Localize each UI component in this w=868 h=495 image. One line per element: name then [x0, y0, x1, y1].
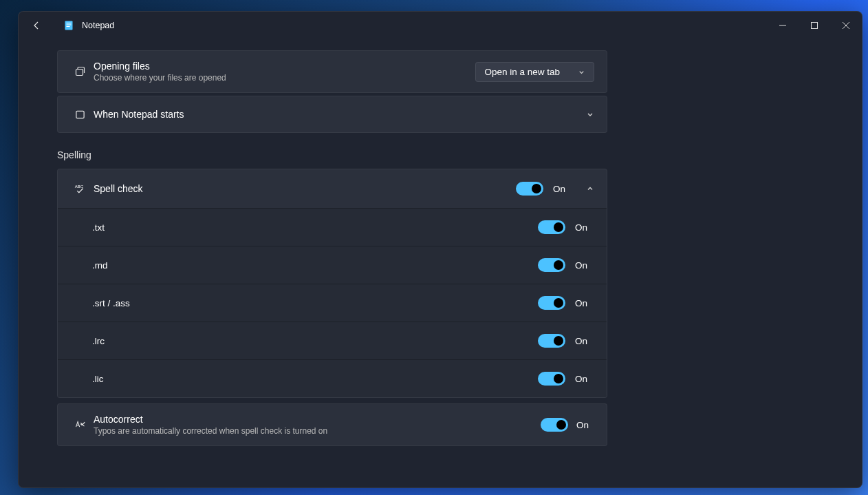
spellcheck-filetype-row: .licOn	[58, 359, 607, 397]
spellcheck-title: Spell check	[94, 183, 516, 194]
close-button[interactable]	[830, 12, 862, 39]
svg-rect-8	[76, 70, 83, 76]
spellcheck-filetype-label: .lrc	[92, 336, 538, 346]
svg-text:ABC: ABC	[74, 184, 83, 188]
spellcheck-filetype-toggle[interactable]	[538, 334, 565, 348]
when-notepad-starts-title: When Notepad starts	[94, 109, 586, 120]
app-title: Notepad	[82, 21, 114, 30]
app-window: Notepad Opening files Choose wher	[18, 11, 862, 488]
spellcheck-toggle[interactable]	[516, 182, 543, 196]
spellcheck-filetype-state: On	[575, 260, 593, 271]
back-button[interactable]	[25, 14, 47, 36]
opening-files-card[interactable]: Opening files Choose where your files ar…	[57, 50, 607, 93]
spellcheck-filetype-label: .srt / .ass	[92, 298, 538, 308]
autocorrect-card[interactable]: Autocorrect Typos are automatically corr…	[57, 403, 607, 446]
new-tab-icon	[74, 66, 85, 77]
autocorrect-title: Autocorrect	[94, 414, 541, 425]
spellcheck-filetype-label: .txt	[92, 222, 538, 233]
spellcheck-filetype-toggle[interactable]	[538, 220, 565, 234]
svg-rect-1	[67, 23, 72, 23]
spellcheck-filetype-toggle[interactable]	[538, 258, 565, 272]
spellcheck-filetype-state: On	[575, 374, 593, 384]
opening-files-subtitle: Choose where your files are opened	[94, 73, 475, 83]
when-notepad-starts-card[interactable]: When Notepad starts	[57, 96, 607, 133]
spellcheck-filetype-state: On	[575, 298, 593, 308]
minimize-icon	[779, 22, 786, 29]
titlebar: Notepad	[19, 12, 862, 39]
autocorrect-state: On	[576, 420, 594, 430]
autocorrect-icon	[74, 419, 86, 431]
spellcheck-filetype-row: .mdOn	[58, 246, 607, 284]
spellcheck-icon: ABC	[74, 183, 86, 195]
notepad-app-icon	[63, 19, 75, 32]
spellcheck-filetype-row: .txtOn	[58, 208, 607, 246]
svg-rect-9	[76, 111, 83, 118]
maximize-icon	[811, 22, 818, 29]
chevron-up-icon	[586, 185, 594, 193]
back-arrow-icon	[31, 20, 42, 31]
spellcheck-filetype-label: .lic	[92, 374, 538, 384]
window-icon	[75, 109, 85, 120]
spellcheck-expander: ABC Spell check On .txtOn.mdOn.srt / .as…	[57, 169, 607, 398]
opening-files-selected: Open in a new tab	[484, 67, 560, 77]
settings-scroll-area[interactable]: Opening files Choose where your files ar…	[19, 39, 862, 487]
chevron-down-icon	[586, 110, 594, 118]
spellcheck-filetype-state: On	[575, 336, 593, 346]
autocorrect-subtitle: Typos are automatically corrected when s…	[94, 426, 541, 436]
minimize-button[interactable]	[767, 12, 799, 39]
spellcheck-filetype-row: .srt / .assOn	[58, 284, 607, 322]
spelling-section-header: Spelling	[57, 149, 607, 160]
spellcheck-state: On	[553, 184, 571, 194]
spellcheck-filetype-row: .lrcOn	[58, 322, 607, 359]
svg-rect-3	[67, 26, 70, 27]
spellcheck-filetype-toggle[interactable]	[538, 296, 565, 310]
maximize-button[interactable]	[799, 12, 830, 39]
opening-files-title: Opening files	[94, 61, 475, 72]
svg-rect-5	[812, 23, 818, 29]
spellcheck-filetype-state: On	[575, 222, 593, 233]
spellcheck-filetype-label: .md	[92, 260, 538, 271]
spellcheck-filetype-toggle[interactable]	[538, 372, 565, 386]
close-icon	[843, 22, 849, 29]
autocorrect-toggle[interactable]	[541, 418, 568, 432]
opening-files-dropdown[interactable]: Open in a new tab	[475, 62, 594, 82]
chevron-down-icon	[578, 68, 585, 76]
svg-rect-0	[65, 21, 73, 30]
svg-rect-2	[67, 25, 72, 25]
spellcheck-header[interactable]: ABC Spell check On	[58, 169, 607, 208]
window-controls	[767, 12, 862, 39]
